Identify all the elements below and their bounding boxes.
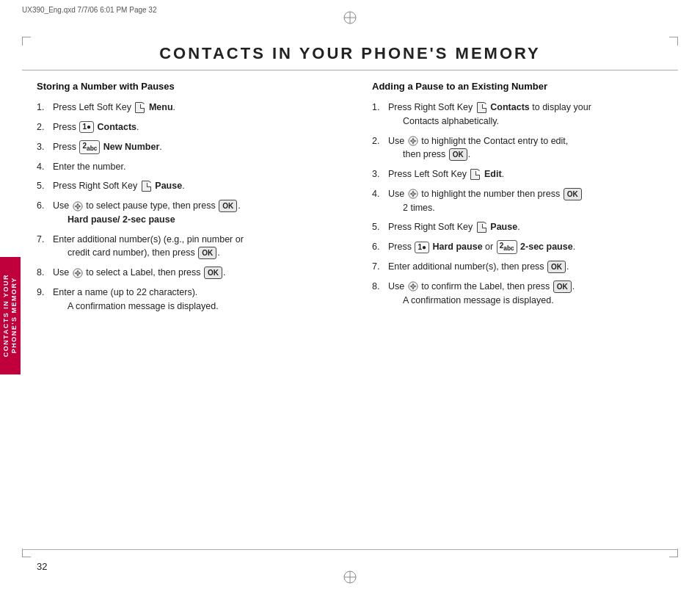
rule-bottom bbox=[22, 549, 678, 550]
file-info: UX390_Eng.qxd 7/7/06 6:01 PM Page 32 bbox=[22, 6, 156, 14]
sidebar-tab: CONTACTS IN YOUR PHONE'S MEMORY bbox=[0, 257, 21, 374]
ok-btn-8: OK bbox=[204, 267, 222, 279]
page-number: 32 bbox=[37, 561, 47, 572]
left-step-8: 8. Use to select a Label, then press OK. bbox=[37, 266, 343, 280]
svg-point-32 bbox=[412, 286, 415, 289]
ok-btn-7: OK bbox=[198, 247, 216, 259]
left-step-7: 7. Enter additional number(s) (e.g., pin… bbox=[37, 233, 343, 261]
softkey-icon-r1 bbox=[477, 102, 486, 113]
ok-btn-r4: OK bbox=[564, 188, 582, 200]
crosshair-bottom-icon bbox=[343, 570, 357, 587]
right-step-2: 2. Use to highlight the Contact entry to… bbox=[372, 134, 678, 162]
right-step-8: 8. Use to confirm the Label, then press … bbox=[372, 280, 678, 308]
page-title: CONTACTS IN YOUR PHONE'S MEMORY bbox=[0, 44, 700, 63]
nav-icon-r4 bbox=[408, 188, 418, 200]
right-step-7: 7. Enter additional number(s), then pres… bbox=[372, 260, 678, 274]
left-step-6: 6. Use to select pause type, then press … bbox=[37, 199, 343, 227]
svg-point-14 bbox=[76, 272, 79, 275]
crosshair-top-icon bbox=[343, 10, 357, 25]
nav-icon-r2 bbox=[408, 135, 418, 147]
key-r6-2: 2abc bbox=[497, 240, 517, 254]
softkey-icon-5 bbox=[142, 181, 151, 192]
softkey-icon-r3 bbox=[470, 169, 480, 180]
key-r6-1: 1● bbox=[415, 242, 429, 253]
ok-btn-r7: OK bbox=[547, 261, 566, 273]
ok-btn-r8: OK bbox=[553, 280, 572, 293]
right-step-3: 3. Press Left Soft Key Edit. bbox=[372, 167, 678, 181]
nav-icon-r8 bbox=[408, 280, 418, 292]
left-step-9: 9. Enter a name (up to 22 characters). A… bbox=[37, 286, 343, 314]
key-1: 1● bbox=[79, 121, 94, 133]
left-column: Storing a Number with Pauses 1. Press Le… bbox=[37, 81, 343, 319]
right-section-title: Adding a Pause to an Existing Number bbox=[372, 81, 678, 92]
left-step-5: 5. Press Right Soft Key Pause. bbox=[37, 179, 343, 193]
svg-point-8 bbox=[76, 205, 79, 208]
sidebar-tab-text: CONTACTS IN YOUR PHONE'S MEMORY bbox=[2, 274, 18, 357]
svg-point-26 bbox=[412, 193, 415, 196]
left-step-1: 1. Press Left Soft Key Menu. bbox=[37, 101, 343, 115]
left-step-2: 2. Press 1● Contacts. bbox=[37, 120, 343, 134]
right-step-4: 4. Use to highlight the number then pres… bbox=[372, 187, 678, 215]
left-section-title: Storing a Number with Pauses bbox=[37, 81, 343, 92]
nav-icon-8 bbox=[73, 267, 83, 279]
rule-top bbox=[22, 70, 678, 70]
right-column: Adding a Pause to an Existing Number 1. … bbox=[372, 81, 678, 319]
left-step-3: 3. Press 2abc New Number. bbox=[37, 140, 343, 154]
corner-mark-tr bbox=[669, 37, 678, 46]
content-area: Storing a Number with Pauses 1. Press Le… bbox=[37, 81, 678, 319]
softkey-icon-r5 bbox=[477, 222, 486, 233]
ok-btn-r2: OK bbox=[449, 148, 467, 161]
svg-point-20 bbox=[412, 140, 415, 142]
right-step-6: 6. Press 1● Hard pause or 2abc 2-sec pau… bbox=[372, 240, 678, 254]
corner-mark-tl bbox=[22, 37, 31, 46]
right-step-1: 1. Press Right Soft Key Contacts to disp… bbox=[372, 101, 678, 128]
softkey-icon bbox=[135, 102, 145, 113]
ok-btn-6: OK bbox=[219, 200, 237, 212]
right-step-5: 5. Press Right Soft Key Pause. bbox=[372, 220, 678, 234]
key-2abc: 2abc bbox=[79, 140, 100, 154]
nav-icon-6 bbox=[73, 200, 83, 212]
left-step-4: 4. Enter the number. bbox=[37, 160, 343, 174]
